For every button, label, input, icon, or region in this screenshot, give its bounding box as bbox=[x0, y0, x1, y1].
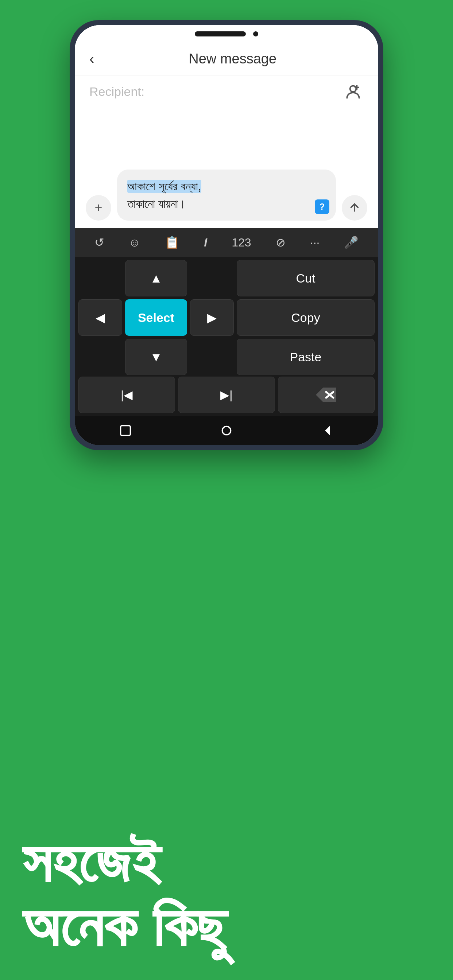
message-text-line2: তাকানো যায়না। bbox=[127, 197, 186, 210]
message-row: + আকাশে সূর্যের বন্যা, তাকানো যায়না। ? bbox=[86, 170, 367, 221]
paste-button[interactable]: Paste bbox=[237, 339, 375, 375]
message-text: আকাশে সূর্যের বন্যা, তাকানো যায়না। bbox=[127, 178, 326, 213]
down-button[interactable]: ▼ bbox=[125, 339, 187, 375]
question-badge: ? bbox=[315, 199, 329, 214]
page-title: New message bbox=[101, 51, 364, 67]
tagline-line2: অনেক কিছু bbox=[22, 894, 226, 958]
recipient-row[interactable]: Recipient: bbox=[75, 75, 378, 108]
contact-picker-icon[interactable] bbox=[343, 81, 364, 102]
phone-device: ‹ New message Recipient: + bbox=[70, 20, 383, 450]
empty-cell-tl bbox=[78, 260, 122, 296]
keyboard: ↺ ☺ 📋 I 123 ⊘ ··· 🎤 ▲ Cut bbox=[75, 228, 378, 445]
up-button[interactable]: ▲ bbox=[125, 260, 187, 296]
notch-dot bbox=[253, 31, 258, 37]
theme-icon[interactable]: ⊘ bbox=[276, 235, 286, 250]
emoji-icon[interactable]: ☺ bbox=[129, 236, 141, 250]
message-compose-area[interactable]: + আকাশে সূর্যের বন্যা, তাকানো যায়না। ? bbox=[75, 108, 378, 228]
select-button[interactable]: Select bbox=[125, 299, 187, 336]
more-icon[interactable]: ··· bbox=[310, 236, 320, 250]
empty-cell-br bbox=[190, 339, 234, 375]
italic-icon[interactable]: I bbox=[204, 236, 207, 250]
recipient-placeholder: Recipient: bbox=[89, 84, 343, 99]
cut-button[interactable]: Cut bbox=[237, 260, 375, 296]
empty-cell-bl bbox=[78, 339, 122, 375]
selected-text: আকাশে সূর্যের বন্যা, bbox=[127, 180, 201, 193]
system-nav-bar bbox=[75, 416, 378, 445]
message-bubble[interactable]: আকাশে সূর্যের বন্যা, তাকানো যায়না। ? bbox=[117, 170, 336, 221]
empty-cell-tr bbox=[190, 260, 234, 296]
mic-icon[interactable]: 🎤 bbox=[344, 235, 359, 250]
svg-marker-8 bbox=[325, 426, 330, 436]
phone-screen: ‹ New message Recipient: + bbox=[75, 25, 378, 445]
home-button[interactable]: |◀ bbox=[78, 377, 175, 413]
svg-point-7 bbox=[222, 426, 231, 434]
back-button[interactable]: ‹ bbox=[89, 51, 94, 67]
keyboard-bottom-row: |◀ ▶| bbox=[75, 377, 378, 416]
attach-button[interactable]: + bbox=[86, 195, 111, 221]
square-nav-button[interactable] bbox=[115, 420, 136, 441]
app-header: ‹ New message bbox=[75, 43, 378, 75]
status-bar bbox=[75, 25, 378, 43]
backspace-button[interactable] bbox=[278, 377, 375, 413]
svg-rect-6 bbox=[120, 426, 130, 436]
send-button[interactable] bbox=[342, 195, 367, 221]
clipboard-icon[interactable]: 📋 bbox=[165, 235, 179, 250]
undo-icon[interactable]: ↺ bbox=[94, 235, 104, 250]
nav-grid: ▲ Cut ◀ Select ▶ Copy ▼ Paste bbox=[75, 257, 378, 377]
keyboard-toolbar: ↺ ☺ 📋 I 123 ⊘ ··· 🎤 bbox=[75, 228, 378, 257]
copy-button[interactable]: Copy bbox=[237, 299, 375, 336]
end-button[interactable]: ▶| bbox=[178, 377, 274, 413]
circle-nav-button[interactable] bbox=[216, 420, 237, 441]
tagline-line1: সহজেই bbox=[22, 830, 226, 894]
back-nav-button[interactable] bbox=[317, 420, 338, 441]
notch-pill bbox=[195, 31, 246, 37]
right-button[interactable]: ▶ bbox=[190, 299, 234, 336]
phone-frame: ‹ New message Recipient: + bbox=[70, 20, 383, 450]
left-button[interactable]: ◀ bbox=[78, 299, 122, 336]
numbers-icon[interactable]: 123 bbox=[231, 236, 251, 250]
bottom-tagline: সহজেই অনেক কিছু bbox=[22, 830, 226, 958]
